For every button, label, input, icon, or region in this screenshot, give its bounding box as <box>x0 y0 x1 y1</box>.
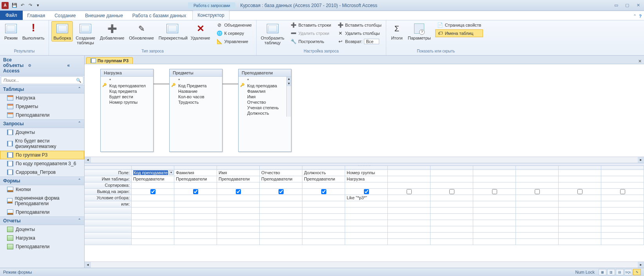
grid-cell[interactable] <box>132 220 174 226</box>
grid-hscroll[interactable]: ◄► <box>85 262 644 268</box>
col-selector[interactable] <box>473 166 516 170</box>
show-checkbox[interactable] <box>535 189 540 194</box>
maketable-button[interactable]: Создание таблицы <box>74 21 97 46</box>
grid-cell[interactable] <box>260 239 302 245</box>
grid-cell[interactable] <box>260 182 302 189</box>
grid-cell[interactable] <box>132 207 174 214</box>
grid-cell[interactable]: Должность <box>302 170 345 176</box>
crosstab-button[interactable]: Перекрестный <box>157 21 188 41</box>
grid-cell[interactable]: Отчество <box>260 170 302 176</box>
append-button[interactable]: ➕Добавление <box>98 21 126 41</box>
maximize-icon[interactable]: ▢ <box>623 2 631 9</box>
field-item[interactable]: * <box>239 78 286 83</box>
field-item[interactable]: * <box>101 78 153 83</box>
grid-cell[interactable]: Фамилия <box>174 170 217 176</box>
delete-query-button[interactable]: ✕Удаление <box>189 21 212 41</box>
field-item[interactable]: Отчество <box>239 99 286 105</box>
grid-cell[interactable] <box>388 220 431 226</box>
nav-header[interactable]: Все объекты Access ⊙ « <box>0 56 84 76</box>
grid-cell[interactable] <box>174 207 217 214</box>
field-item[interactable]: Код преподава <box>239 83 286 88</box>
grid-cell[interactable] <box>302 189 345 195</box>
grid-cell[interactable] <box>132 182 174 189</box>
save-icon[interactable]: 💾 <box>11 2 18 9</box>
grid-cell[interactable] <box>516 201 559 207</box>
grid-cell[interactable] <box>516 182 559 189</box>
grid-cell[interactable] <box>345 182 388 189</box>
grid-cell[interactable] <box>260 233 302 239</box>
grid-cell[interactable] <box>559 233 601 239</box>
grid-cell[interactable] <box>516 220 559 226</box>
delete-cols-button[interactable]: ✕Удалить столбцы <box>335 29 384 37</box>
grid-cell[interactable] <box>217 182 260 189</box>
grid-cell[interactable] <box>260 214 302 220</box>
grid-cell[interactable] <box>601 239 644 245</box>
grid-cell[interactable] <box>601 189 644 195</box>
grid-cell[interactable] <box>473 239 516 245</box>
undo-icon[interactable]: ↶ <box>19 2 26 9</box>
grid-cell[interactable] <box>473 189 516 195</box>
show-checkbox[interactable] <box>577 189 582 194</box>
grid-cell[interactable] <box>473 226 516 233</box>
nav-item[interactable]: Кнопки <box>0 185 84 194</box>
grid-cell[interactable] <box>516 170 559 176</box>
tab-external[interactable]: Внешние данные <box>80 11 128 20</box>
nav-item[interactable]: По коду преподавателя 3_6 <box>0 159 84 168</box>
grid-cell[interactable] <box>132 226 174 233</box>
grid-cell[interactable] <box>302 220 345 226</box>
grid-cell[interactable] <box>345 226 388 233</box>
grid-cell[interactable] <box>132 189 174 195</box>
col-selector[interactable] <box>516 166 559 170</box>
help-icon[interactable]: ? <box>639 14 642 19</box>
redo-icon[interactable]: ↷ <box>27 2 34 9</box>
grid-cell[interactable] <box>431 239 473 245</box>
grid-cell[interactable] <box>345 220 388 226</box>
table-box[interactable]: Нагрузка*Код преподавателКод предметаБуд… <box>100 69 154 152</box>
grid-cell[interactable] <box>601 170 644 176</box>
grid-cell[interactable] <box>473 195 516 201</box>
grid-cell[interactable] <box>431 182 473 189</box>
grid-cell[interactable] <box>388 195 431 201</box>
col-selector[interactable] <box>217 166 260 170</box>
grid-cell[interactable]: Like "*р3*" <box>345 195 388 201</box>
grid-cell[interactable] <box>345 201 388 207</box>
grid-cell[interactable] <box>174 239 217 245</box>
grid-cell[interactable] <box>473 214 516 220</box>
grid-cell[interactable] <box>559 207 601 214</box>
grid-cell[interactable] <box>260 189 302 195</box>
grid-cell[interactable] <box>388 182 431 189</box>
grid-cell[interactable] <box>559 176 601 182</box>
field-item[interactable]: Код Предмета <box>170 83 222 88</box>
grid-cell[interactable] <box>260 201 302 207</box>
run-button[interactable]: Выполнить <box>20 21 46 41</box>
grid-cell[interactable] <box>260 195 302 201</box>
grid-cell[interactable] <box>473 176 516 182</box>
grid-cell[interactable] <box>217 233 260 239</box>
grid-cell[interactable] <box>302 214 345 220</box>
tablenames-button[interactable]: 🏷Имена таблиц <box>435 29 483 37</box>
nav-item[interactable]: Нагрузка <box>0 94 84 102</box>
grid-cell[interactable] <box>302 226 345 233</box>
grid-cell[interactable] <box>388 176 431 182</box>
grid-cell[interactable] <box>601 226 644 233</box>
show-checkbox[interactable] <box>150 189 156 194</box>
delete-rows-button[interactable]: ➖Удалить строки <box>289 29 333 37</box>
tab-design[interactable]: Конструктор <box>192 11 229 20</box>
grid-cell[interactable] <box>388 214 431 220</box>
search-input[interactable] <box>2 78 75 83</box>
grid-cell[interactable] <box>431 176 473 182</box>
grid-cell[interactable] <box>217 201 260 207</box>
grid-cell[interactable] <box>559 220 601 226</box>
nav-item[interactable]: Доценты <box>0 225 84 234</box>
grid-cell[interactable]: Преподаватели <box>132 176 174 182</box>
grid-cell[interactable] <box>260 220 302 226</box>
grid-cell[interactable] <box>473 170 516 176</box>
grid-cell[interactable] <box>217 226 260 233</box>
col-selector[interactable] <box>601 166 644 170</box>
field-item[interactable]: Имя <box>239 94 286 99</box>
grid-cell[interactable] <box>473 220 516 226</box>
nav-item[interactable]: Сидорова_Петров <box>0 168 84 177</box>
grid-cell[interactable] <box>601 214 644 220</box>
nav-item[interactable]: подчиненная форма Преподаватели <box>0 194 84 208</box>
grid-cell[interactable] <box>345 207 388 214</box>
